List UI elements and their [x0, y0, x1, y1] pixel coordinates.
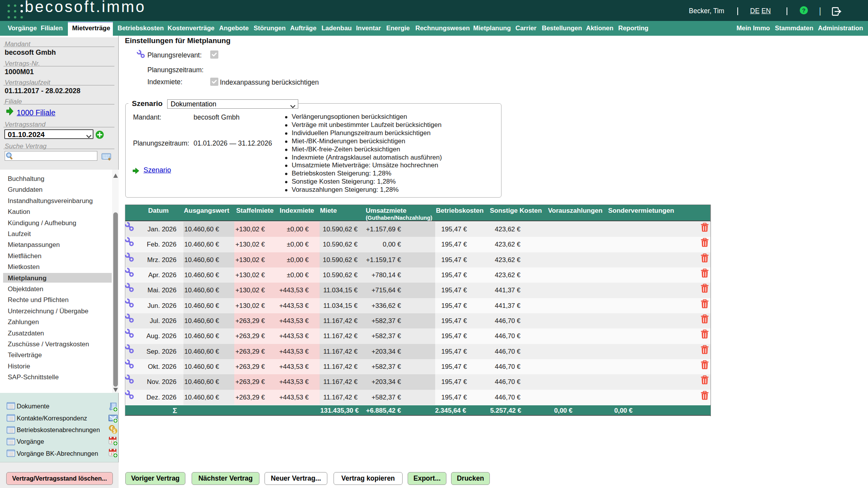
svg-text:$: $ [113, 429, 116, 434]
svg-text:?: ? [802, 7, 806, 14]
